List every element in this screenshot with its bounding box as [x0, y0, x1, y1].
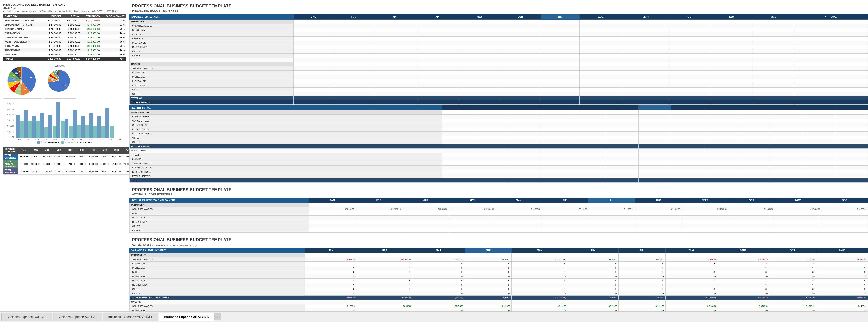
kitchen-row: KITCHENETTE/O...: [130, 174, 868, 179]
budget-th-jan: JAN: [293, 14, 334, 20]
act-ins-row: INSURANCE: [130, 216, 868, 220]
actual-bar-MAR: [36, 121, 40, 138]
var-perm-val-2-7: $ -: [665, 266, 717, 270]
analysis-budget-0: $ 198,000.00: [43, 19, 63, 23]
actual-table: ACTUAL EXPENSES - EMPLOYMENT JANFEBMARAP…: [129, 197, 868, 233]
var-perm-val-3-2: $ -: [413, 270, 465, 274]
var-perm-val-3-9: $ -: [769, 270, 816, 274]
analysis-pct-1: 81%: [101, 23, 126, 27]
sum-val-0-2: 36,800.00: [41, 154, 53, 160]
act-oth2-row: OTHER: [130, 228, 868, 233]
analysis-budget-3: $ 34,000.00: [43, 31, 63, 35]
var-perm-val-0-8: $ (2,000.00): [717, 257, 769, 261]
var-perm-val-1-3: $ -: [465, 261, 512, 266]
sal-jan[interactable]: [293, 24, 334, 28]
tab-actual[interactable]: Business Expense ACTUAL: [53, 313, 102, 321]
recruit-row: RECRUITMENT: [130, 45, 868, 49]
var-perm-val-5-7: $ -: [665, 279, 717, 283]
bar-group-JUN: [56, 102, 65, 138]
license-row: LICENSE FEES: [130, 127, 868, 132]
legend-budget-label: TOTAL EXPENSES: [40, 141, 59, 144]
budget-bar-SEPT: [81, 116, 85, 138]
insurance-label: INSURANCE: [130, 41, 293, 45]
total-ops-row: TOT...: [130, 179, 868, 183]
analysis-cat-9: TOTALS: [3, 57, 43, 61]
budget-bar-OCT: [89, 113, 93, 138]
analysis-cat-1: EMPLOYMENT - CASUAL: [3, 23, 43, 27]
var-perm-val-0-2: $ (9,000.00): [413, 257, 465, 261]
var-perm-val-0-6: $ 2,000.00: [619, 257, 665, 261]
x-label-MAY: MAY: [53, 139, 57, 140]
laundry-label: LAUNDRY: [130, 157, 442, 161]
var-perm-val-4-7: $ -: [665, 274, 717, 279]
total-ops-label: TOT...: [130, 179, 442, 183]
cas-inc-label: INCREASES: [130, 75, 293, 79]
panel-subtitle: ANALYSIS: [3, 6, 126, 10]
analysis-budget-4: $ 34,000.00: [43, 35, 63, 40]
analysis-var-1: $ 44,000.00: [82, 23, 101, 27]
banking-label: BANKING FEES: [130, 115, 442, 119]
var-perm-val-7-10: $ -: [816, 287, 868, 291]
budget-th-may: MAY: [459, 14, 500, 20]
increases-row: INCREASES: [130, 32, 868, 36]
var-perm-val-7-3: $ -: [465, 287, 512, 291]
sum-val-1-8: 21,800.00: [111, 160, 122, 168]
sum-val-0-6: 32,300.00: [88, 154, 99, 160]
analysis-actual-3: $ 10,200.00: [63, 31, 82, 35]
budget-bar-APR: [40, 113, 44, 138]
pie-label-7: 7%: [15, 72, 18, 74]
perm-jan[interactable]: [293, 20, 334, 24]
charts-row: 40%11%8%7%7%7%7%7%6% ACTUAL 73%5%: [3, 63, 126, 99]
analysis-budget-5: $ 34,000.00: [43, 40, 63, 44]
other2-row: OTHER: [130, 54, 868, 58]
var-perm-val-0-9: $ 1,000.00: [769, 257, 816, 261]
tab-add-button[interactable]: +: [214, 313, 221, 320]
tab-analysis[interactable]: Business Expense ANALYSIS: [159, 313, 214, 321]
var-perm-val-8-9: $ -: [769, 291, 816, 296]
bar-x-labels: JANFEBMARAPRMAYJUNJULAUGSEPTOCTNOVDEC: [14, 139, 124, 140]
sum-col-oct: OCT: [122, 147, 129, 154]
sum-val-0-5: 90,800.00: [76, 154, 88, 160]
plus-icon: +: [217, 315, 219, 319]
subscriptions-label: SUBSCRIPTIONS: [130, 170, 442, 174]
cas-oth2-row: OTHER: [130, 92, 868, 96]
benefits-label: BENEFITS: [130, 36, 293, 41]
total-exp-row: TOTAL EXPENSES: [130, 100, 868, 105]
budget-gen-table: EXPENSES - O... GENERAL/ADMI... BANKING …: [129, 105, 868, 183]
other2-label: OTHER: [130, 54, 293, 58]
transport-row: TRANSPORTATIO...: [130, 161, 868, 166]
var-perm-val-1-6: $ -: [619, 261, 665, 266]
travel-label: TRAVEL: [130, 153, 442, 157]
casual-label: CASUAL: [130, 62, 293, 66]
tab-variances[interactable]: Business Expense VARIANCES: [103, 313, 158, 321]
legend-budget: TOTAL EXPENSES: [37, 141, 59, 144]
actual-bar-APR: [44, 128, 48, 138]
var-perm-row-9: TOTAL PERMANENT EMPLOYMENT$ (7,000.00)$ …: [130, 296, 868, 300]
var-row-label-0: SALARIES/WAGES: [130, 257, 305, 261]
analysis-pct-5: 70%: [101, 40, 126, 44]
var-perm-row-4: BONUS PAY$ -$ -$ -$ -$ -$ -$ -$ -$ -$ -$…: [130, 274, 868, 279]
sum-col-jan: JAN: [19, 147, 30, 154]
var-perm-val-3-3: $ -: [465, 270, 512, 274]
bar-group-FEB: [24, 109, 32, 138]
var-cas-val-0-0: $ 4,200.00: [305, 304, 357, 308]
var-perm-total-val-9: $ 1,000.00: [769, 296, 816, 300]
right-panel[interactable]: PROFESSIONAL BUSINESS BUDGET TEMPLATE PR…: [129, 0, 868, 322]
var-perm-val-6-9: $ -: [769, 283, 816, 287]
variances-section: PROFESSIONAL BUSINESS BUDGET TEMPLATE VA…: [129, 235, 868, 322]
x-label-DEC: DEC: [118, 139, 122, 140]
analysis-cat-7: AUTOMOTIVE: [3, 48, 43, 53]
var-perm-val-1-2: $ -: [413, 261, 465, 266]
var-perm-row-1: BONUS PAY$ -$ -$ -$ -$ -$ -$ -$ -$ -$ -$…: [130, 261, 868, 266]
x-label-JAN: JAN: [17, 139, 21, 140]
var-perm-val-2-0: $ -: [305, 266, 357, 270]
budget-bar-MAR: [32, 116, 36, 138]
bar-group-JUL: [65, 119, 73, 138]
cas-sal-label: SALARIES/WAGES: [130, 66, 293, 71]
sum-val-1-3: 17,400.00: [53, 160, 65, 168]
tab-budget[interactable]: Business Expense BUDGET: [1, 313, 52, 321]
gen-oth1-label: OTHER: [130, 136, 442, 140]
sum-col-may: MAY: [65, 147, 76, 154]
bonus-label: BONUS PAY: [130, 28, 293, 32]
var-perm-val-8-10: $ -: [816, 291, 868, 296]
